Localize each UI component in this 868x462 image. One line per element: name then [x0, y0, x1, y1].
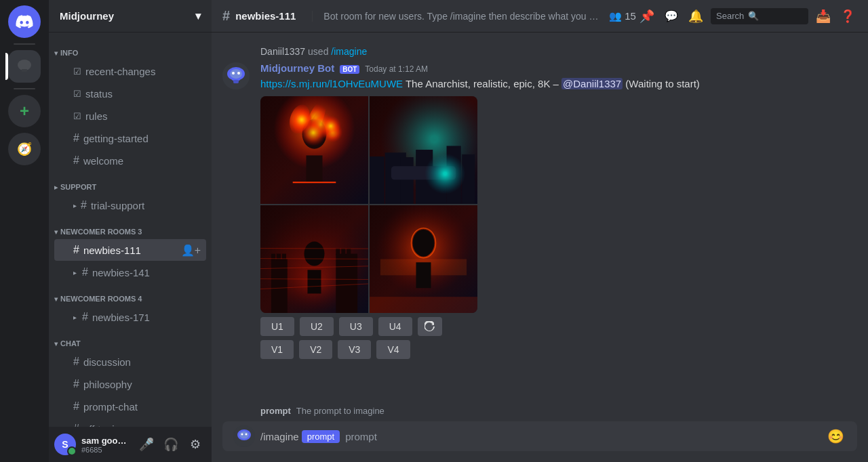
- image-cell-3[interactable]: [260, 205, 368, 313]
- u4-button[interactable]: U4: [378, 317, 412, 336]
- v4-button[interactable]: V4: [376, 340, 410, 359]
- member-count-text: 15: [625, 10, 636, 22]
- channel-name-text: newbies-111: [235, 10, 296, 22]
- category-support[interactable]: ▸ SUPPORT: [49, 172, 212, 194]
- member-count[interactable]: 👥 15: [613, 7, 632, 26]
- prompt-description: The prompt to imagine: [296, 406, 384, 416]
- expand-icon: ▸: [73, 314, 77, 321]
- category-chat[interactable]: ▾ CHAT: [49, 329, 212, 350]
- server-sidebar: + 🧭: [0, 0, 49, 462]
- u1-button[interactable]: U1: [260, 317, 294, 336]
- message-link[interactable]: https://s.mj.run/l1OHvEuMUWE: [260, 78, 403, 89]
- inbox-button[interactable]: 📥: [814, 7, 833, 26]
- message-input[interactable]: [345, 431, 825, 442]
- svg-point-9: [237, 72, 240, 75]
- channel-recent-changes[interactable]: ☑ recent-changes: [54, 60, 206, 82]
- message-mention: @Daniil1337: [561, 78, 623, 89]
- search-placeholder: Search: [716, 11, 744, 21]
- emoji-button[interactable]: 😊: [825, 425, 846, 447]
- system-message: Daniil1337 used /imagine: [212, 43, 868, 60]
- members-icon: 👥: [609, 10, 622, 22]
- channel-status[interactable]: ☑ status: [54, 83, 206, 104]
- image-grid[interactable]: [260, 96, 477, 313]
- channel-discussion[interactable]: # discussion: [54, 351, 206, 373]
- v3-button[interactable]: V3: [338, 340, 371, 359]
- channel-list: ▾ INFO ☑ recent-changes ☑ status ☑ rules…: [49, 33, 212, 427]
- refresh-button[interactable]: [418, 317, 442, 336]
- help-button[interactable]: ❓: [838, 7, 857, 26]
- mic-button[interactable]: 🎤: [136, 434, 157, 455]
- svg-point-14: [245, 434, 248, 436]
- system-user: Daniil1337: [260, 46, 305, 57]
- channel-prompt-chat[interactable]: # prompt-chat: [54, 396, 206, 417]
- channel-newbies-141[interactable]: ▸ # newbies-141: [54, 261, 206, 283]
- hash-icon: #: [73, 400, 79, 413]
- add-server-button[interactable]: +: [8, 95, 41, 127]
- notification-button[interactable]: 🔔: [686, 7, 705, 26]
- pin-button[interactable]: 📌: [637, 7, 656, 26]
- u3-button[interactable]: U3: [339, 317, 373, 336]
- avatar-col: [222, 62, 250, 359]
- app-container: + 🧭 Midjourney ▾ ▾ INFO ☑ recent-changes…: [0, 0, 868, 462]
- discover-button[interactable]: 🧭: [8, 133, 41, 165]
- server-icon-midjourney[interactable]: [8, 50, 41, 83]
- input-area: /imagine prompt 😊: [212, 421, 868, 462]
- channel-getting-started[interactable]: # getting-started: [54, 127, 206, 149]
- svg-point-8: [232, 72, 235, 75]
- channel-trial-support[interactable]: ▸ # trial-support: [54, 194, 206, 216]
- image-cell-1[interactable]: [260, 96, 368, 204]
- messages-area: Daniil1337 used /imagine: [212, 33, 868, 403]
- user-avatar: S: [54, 434, 76, 455]
- message-input-wrapper: /imagine prompt 😊: [222, 421, 857, 451]
- category-arrow: ▾: [54, 340, 58, 348]
- search-bar[interactable]: Search 🔍: [711, 8, 808, 24]
- channel-newbies-171[interactable]: ▸ # newbies-171: [54, 306, 206, 328]
- v1-button[interactable]: V1: [260, 340, 294, 359]
- channel-philosophy[interactable]: # philosophy: [54, 373, 206, 395]
- image-cell-2[interactable]: [370, 96, 477, 204]
- user-info: sam good... #6685: [81, 436, 130, 454]
- category-newcomer-4[interactable]: ▾ NEWCOMER ROOMS 4: [49, 284, 212, 306]
- check-icon: ☑: [73, 89, 81, 99]
- category-arrow: ▸: [54, 184, 58, 191]
- main-content: # newbies-111 Bot room for new users. Ty…: [212, 0, 868, 462]
- u2-button[interactable]: U2: [300, 317, 334, 336]
- hash-icon: #: [82, 311, 88, 323]
- user-panel: S sam good... #6685 🎤 🎧 ⚙: [49, 427, 212, 462]
- svg-point-13: [241, 434, 243, 436]
- category-arrow: ▾: [54, 295, 58, 303]
- svg-point-7: [230, 69, 242, 79]
- top-bar-actions: 👥 15 📌 💬 🔔 Search 🔍 📥 ❓: [613, 7, 857, 26]
- hash-icon: #: [73, 244, 79, 256]
- hash-icon: #: [82, 266, 88, 278]
- headphones-button[interactable]: 🎧: [160, 434, 182, 455]
- hash-icon: #: [73, 378, 79, 390]
- channel-off-topic[interactable]: # off-topic: [54, 418, 206, 427]
- system-command[interactable]: /imagine: [331, 46, 367, 57]
- search-icon: 🔍: [748, 11, 759, 21]
- message-text-after-text: (Waiting to start): [625, 78, 699, 89]
- hash-icon: #: [73, 132, 79, 144]
- channel-welcome[interactable]: # welcome: [54, 150, 206, 171]
- user-actions: 🎤 🎧 ⚙: [136, 434, 206, 455]
- slash-command-text: /imagine: [260, 431, 299, 442]
- v2-button[interactable]: V2: [299, 340, 332, 359]
- image-cell-4[interactable]: [370, 205, 477, 313]
- chevron-down-icon: ▾: [195, 9, 201, 22]
- server-header[interactable]: Midjourney ▾: [49, 0, 212, 33]
- channel-rules[interactable]: ☑ rules: [54, 105, 206, 127]
- message-text-before-text: The Anarchist, realistic, epic, 8K –: [406, 78, 559, 89]
- hash-icon: #: [81, 199, 87, 211]
- category-newcomer-3[interactable]: ▾ NEWCOMER ROOMS 3: [49, 217, 212, 238]
- user-discriminator: #6685: [81, 446, 130, 454]
- bot-avatar: [222, 62, 250, 89]
- settings-button[interactable]: ⚙: [184, 434, 206, 455]
- svg-rect-2: [22, 69, 27, 72]
- prompt-label: prompt: [260, 406, 291, 416]
- discord-home-button[interactable]: [8, 5, 41, 38]
- add-member-icon: 👤+: [181, 244, 201, 257]
- check-icon: ☑: [73, 66, 81, 77]
- category-info[interactable]: ▾ INFO: [49, 38, 212, 60]
- threads-button[interactable]: 💬: [662, 7, 681, 26]
- channel-newbies-111[interactable]: # newbies-111 👤+: [54, 239, 206, 261]
